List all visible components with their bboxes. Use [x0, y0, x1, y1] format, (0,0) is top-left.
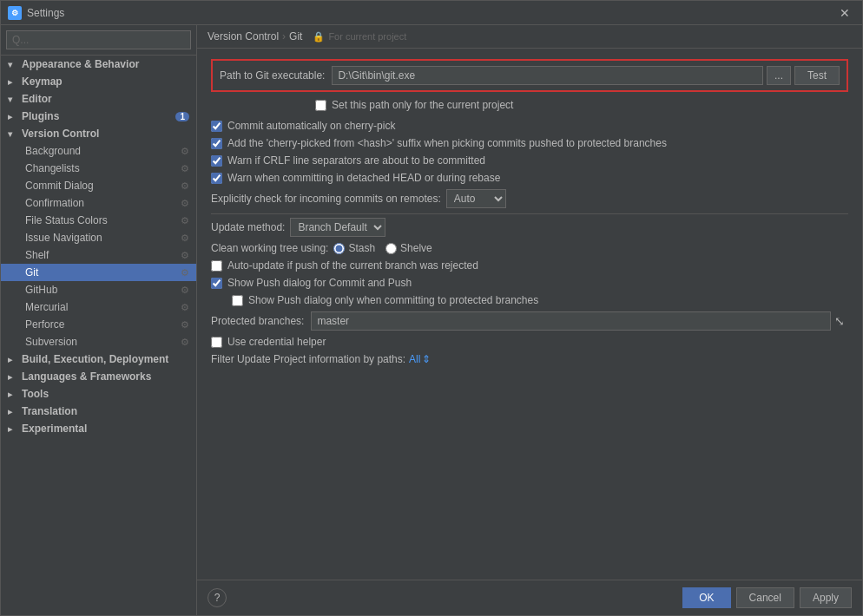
checkbox-row-show-push-dialog: Show Push dialog for Commit and Push: [211, 277, 848, 289]
sidebar-item-issue-navigation[interactable]: Issue Navigation⚙: [1, 229, 196, 246]
sidebar-item-perforce[interactable]: Perforce⚙: [1, 316, 196, 333]
arrow-editor: ▾: [8, 95, 18, 104]
apply-button[interactable]: Apply: [800, 587, 852, 608]
gear-icon-git: ⚙: [181, 267, 189, 279]
checkbox-show-push-dialog[interactable]: [211, 278, 222, 289]
checkbox-row-show-push-protected: Show Push dialog only when committing to…: [211, 294, 848, 306]
gear-icon-commit-dialog: ⚙: [181, 180, 189, 192]
protected-branches-row: Protected branches: ⤡: [211, 311, 848, 331]
current-project-row: Set this path only for the current proje…: [211, 99, 848, 111]
gear-icon-mercurial: ⚙: [181, 302, 189, 313]
stash-radio[interactable]: [333, 243, 345, 254]
gear-icon-issue-navigation: ⚙: [181, 233, 189, 244]
sidebar-label-version-control: Version Control: [22, 128, 99, 140]
sidebar-label-tools: Tools: [22, 388, 49, 400]
checkbox-label-show-push-dialog: Show Push dialog for Commit and Push: [227, 277, 412, 289]
sidebar-label-mercurial: Mercurial: [25, 301, 68, 313]
sidebar-item-git[interactable]: Git⚙: [1, 264, 196, 281]
sidebar-item-build[interactable]: ▸Build, Execution, Deployment: [1, 351, 196, 368]
update-method-dropdown[interactable]: Branch DefaultMergeRebase: [290, 218, 385, 237]
checkbox-label-show-push-protected: Show Push dialog only when committing to…: [248, 294, 538, 306]
arrow-keymap: ▸: [8, 77, 18, 87]
sidebar-item-keymap[interactable]: ▸Keymap: [1, 73, 196, 90]
sidebar-label-keymap: Keymap: [22, 75, 63, 88]
sidebar-item-mercurial[interactable]: Mercurial⚙: [1, 298, 196, 316]
sidebar-item-background[interactable]: Background⚙: [1, 142, 196, 160]
checkbox-cherry-pick[interactable]: [211, 121, 222, 132]
bottom-bar: ? OK Cancel Apply: [197, 580, 862, 615]
sidebar-item-file-status-colors[interactable]: File Status Colors⚙: [1, 212, 196, 229]
sidebar-label-commit-dialog: Commit Dialog: [25, 180, 94, 192]
settings-dialog: ⚙ Settings ✕ ▾Appearance & Behavior▸Keym…: [0, 0, 863, 616]
test-button[interactable]: Test: [794, 66, 840, 85]
gear-icon-github: ⚙: [181, 285, 189, 296]
checkbox-show-push-protected[interactable]: [232, 295, 243, 306]
checkboxes-top: Commit automatically on cherry-pickAdd t…: [211, 120, 848, 184]
incoming-commits-row: Explicitly check for incoming commits on…: [211, 189, 848, 208]
arrow-languages: ▸: [8, 372, 18, 382]
clean-tree-label: Clean working tree using:: [211, 242, 328, 254]
sidebar-label-languages: Languages & Frameworks: [22, 370, 151, 383]
expand-protected-button[interactable]: ⤡: [831, 312, 848, 330]
sidebar-item-github[interactable]: GitHub⚙: [1, 281, 196, 298]
checkbox-row-auto-update-rejected: Auto-update if push of the current branc…: [211, 259, 848, 272]
checkbox-cherry-picked-suffix[interactable]: [211, 138, 222, 149]
browse-button[interactable]: ...: [767, 66, 791, 85]
checkbox-crlf-warn[interactable]: [211, 155, 222, 167]
help-button[interactable]: ?: [208, 588, 227, 607]
sidebar-label-issue-navigation: Issue Navigation: [25, 232, 102, 244]
gear-icon-background: ⚙: [181, 146, 189, 157]
sidebar-item-version-control[interactable]: ▾Version Control: [1, 125, 196, 142]
sidebar-label-file-status-colors: File Status Colors: [25, 214, 108, 226]
breadcrumb-separator: ›: [282, 30, 286, 43]
ok-button[interactable]: OK: [682, 587, 730, 608]
checkbox-label-cherry-pick: Commit automatically on cherry-pick: [227, 120, 395, 132]
arrow-tools: ▸: [8, 390, 18, 399]
protected-branches-input[interactable]: [311, 311, 831, 331]
path-label: Path to Git executable:: [220, 69, 325, 82]
sidebar-item-editor[interactable]: ▾Editor: [1, 90, 196, 108]
sidebar-label-github: GitHub: [25, 284, 57, 296]
incoming-commits-label: Explicitly check for incoming commits on…: [211, 193, 441, 205]
gear-icon-file-status-colors: ⚙: [181, 215, 189, 226]
sidebar-label-editor: Editor: [22, 93, 52, 105]
gear-icon-confirmation: ⚙: [181, 198, 189, 209]
arrow-plugins: ▸: [8, 112, 18, 121]
clean-tree-row: Clean working tree using: Stash Shelve: [211, 242, 848, 254]
settings-content: Path to Git executable: ... Test Set thi…: [197, 49, 862, 580]
sidebar-item-tools[interactable]: ▸Tools: [1, 385, 196, 403]
dialog-title: Settings: [27, 7, 834, 19]
badge-plugins: 1: [175, 112, 189, 121]
sidebar-item-languages[interactable]: ▸Languages & Frameworks: [1, 368, 196, 385]
cancel-button[interactable]: Cancel: [736, 587, 794, 608]
sidebar-item-commit-dialog[interactable]: Commit Dialog⚙: [1, 177, 196, 194]
sidebar-item-plugins[interactable]: ▸Plugins1: [1, 108, 196, 125]
checkbox-auto-update-rejected[interactable]: [211, 260, 222, 272]
sidebar-item-appearance[interactable]: ▾Appearance & Behavior: [1, 56, 196, 73]
sidebar-item-translation[interactable]: ▸Translation: [1, 403, 196, 420]
update-method-row: Update method: Branch DefaultMergeRebase: [211, 218, 848, 237]
filter-link[interactable]: All: [409, 353, 420, 365]
sidebar-item-shelf[interactable]: Shelf⚙: [1, 246, 196, 264]
sidebar-item-changelists[interactable]: Changelists⚙: [1, 160, 196, 177]
search-input[interactable]: [6, 30, 191, 49]
checkbox-detached-head[interactable]: [211, 173, 222, 184]
current-project-checkbox[interactable]: [315, 100, 326, 111]
sidebar-item-experimental[interactable]: ▸Experimental: [1, 420, 196, 437]
shelve-radio[interactable]: [385, 243, 397, 254]
stash-radio-label[interactable]: Stash: [333, 242, 375, 254]
path-input[interactable]: [332, 66, 763, 85]
gear-icon-subversion: ⚙: [181, 337, 189, 348]
checkbox-label-cherry-picked-suffix: Add the 'cherry-picked from <hash>' suff…: [227, 137, 667, 149]
incoming-commits-dropdown[interactable]: AutoAlwaysNever: [446, 189, 506, 208]
close-button[interactable]: ✕: [834, 4, 855, 22]
filter-label: Filter Update Project information by pat…: [211, 353, 405, 365]
sidebar-label-git: Git: [25, 266, 38, 279]
update-method-label: Update method:: [211, 221, 285, 233]
shelve-radio-label[interactable]: Shelve: [385, 242, 432, 254]
protected-branches-label: Protected branches:: [211, 315, 304, 327]
sidebar-item-confirmation[interactable]: Confirmation⚙: [1, 194, 196, 212]
checkbox-credential-helper[interactable]: [211, 337, 222, 348]
sidebar-item-subversion[interactable]: Subversion⚙: [1, 333, 196, 351]
sidebar: ▾Appearance & Behavior▸Keymap▾Editor▸Plu…: [1, 25, 197, 615]
